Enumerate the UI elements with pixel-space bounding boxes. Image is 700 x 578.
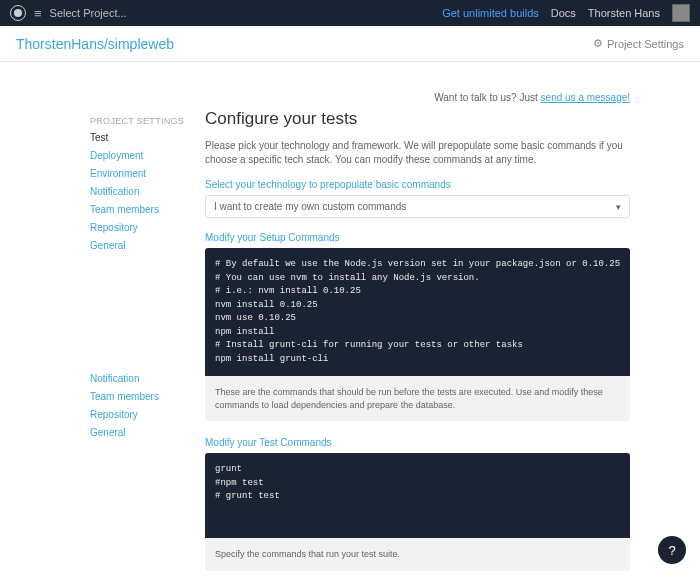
sidebar-item2-team-members[interactable]: Team members bbox=[90, 388, 185, 406]
logo-icon[interactable] bbox=[10, 5, 26, 21]
tech-select-value: I want to create my own custom commands bbox=[214, 201, 406, 212]
project-settings-label: Project Settings bbox=[607, 38, 684, 50]
setup-help: These are the commands that should be ru… bbox=[205, 376, 630, 421]
breadcrumb[interactable]: ThorstenHans/simpleweb bbox=[16, 36, 174, 52]
sidebar-item-team-members[interactable]: Team members bbox=[90, 201, 185, 219]
chevron-down-icon: ▾ bbox=[616, 202, 621, 212]
user-name[interactable]: Thorsten Hans bbox=[588, 7, 660, 19]
hamburger-icon[interactable]: ≡ bbox=[34, 6, 42, 21]
select-project-dropdown[interactable]: Select Project... bbox=[50, 7, 127, 19]
sidebar-item-notification[interactable]: Notification bbox=[90, 183, 185, 201]
avatar[interactable] bbox=[672, 4, 690, 22]
gear-icon: ⚙ bbox=[593, 37, 603, 50]
content: PROJECT SETTINGS TestDeploymentEnvironme… bbox=[0, 62, 700, 578]
sidebar-item2-general[interactable]: General bbox=[90, 424, 185, 442]
page-description: Please pick your technology and framewor… bbox=[205, 139, 630, 167]
unlimited-builds-link[interactable]: Get unlimited builds bbox=[442, 7, 539, 19]
topbar-left: ≡ Select Project... bbox=[10, 5, 127, 21]
page-title: Configure your tests bbox=[205, 109, 630, 129]
sidebar-item-general[interactable]: General bbox=[90, 237, 185, 255]
topbar: ≡ Select Project... Get unlimited builds… bbox=[0, 0, 700, 26]
sidebar-item2-repository[interactable]: Repository bbox=[90, 406, 185, 424]
send-message-link[interactable]: send us a message! bbox=[541, 92, 631, 103]
talk-row: Want to talk to us? Just send us a messa… bbox=[205, 92, 630, 103]
docs-link[interactable]: Docs bbox=[551, 7, 576, 19]
sidebar-heading: PROJECT SETTINGS bbox=[90, 116, 185, 126]
sidebar-item2-notification[interactable]: Notification bbox=[90, 370, 185, 388]
help-fab[interactable]: ? bbox=[658, 536, 686, 564]
test-help: Specify the commands that run your test … bbox=[205, 538, 630, 571]
project-settings-link[interactable]: ⚙ Project Settings bbox=[593, 37, 684, 50]
subheader: ThorstenHans/simpleweb ⚙ Project Setting… bbox=[0, 26, 700, 62]
sidebar-item-repository[interactable]: Repository bbox=[90, 219, 185, 237]
topbar-right: Get unlimited builds Docs Thorsten Hans bbox=[442, 4, 690, 22]
talk-prefix: Want to talk to us? Just bbox=[434, 92, 540, 103]
setup-commands-editor[interactable]: # By default we use the Node.js version … bbox=[205, 248, 630, 376]
main: Want to talk to us? Just send us a messa… bbox=[185, 62, 700, 578]
sidebar-item-deployment[interactable]: Deployment bbox=[90, 147, 185, 165]
tech-select[interactable]: I want to create my own custom commands … bbox=[205, 195, 630, 218]
sidebar-item-environment[interactable]: Environment bbox=[90, 165, 185, 183]
sidebar: PROJECT SETTINGS TestDeploymentEnvironme… bbox=[90, 62, 185, 578]
tech-label: Select your technology to prepopulate ba… bbox=[205, 179, 630, 190]
sidebar-item-test[interactable]: Test bbox=[90, 129, 185, 147]
test-commands-label: Modify your Test Commands bbox=[205, 437, 630, 448]
setup-commands-label: Modify your Setup Commands bbox=[205, 232, 630, 243]
test-commands-editor[interactable]: grunt #npm test # grunt test bbox=[205, 453, 630, 538]
